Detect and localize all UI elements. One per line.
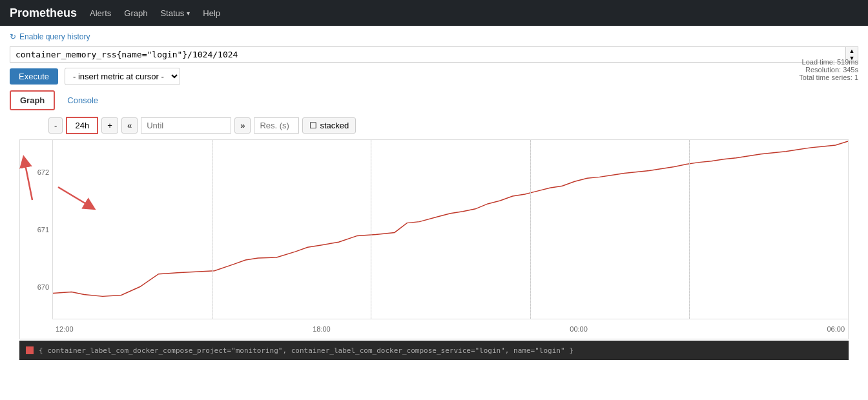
query-row: ▲ ▼ [10, 46, 858, 63]
main-content: Load time: 519ms Resolution: 345s Total … [0, 26, 868, 366]
resolution-input[interactable] [254, 117, 299, 134]
legend-color-swatch [26, 346, 34, 354]
nav-status-dropdown[interactable]: Status ▾ [160, 8, 190, 18]
query-input-wrapper: ▲ ▼ [10, 46, 858, 63]
resolution: Resolution: 345s [799, 66, 858, 74]
execute-row: Execute - insert metric at cursor - [10, 68, 858, 85]
x-label-00: 00:00 [570, 325, 588, 333]
chart-wrapper: 672 671 670 [19, 139, 849, 360]
tabs-row: Graph Console [10, 90, 858, 110]
grid-line-1 [212, 140, 212, 319]
pan-back-button[interactable]: « [121, 117, 138, 134]
nav-alerts[interactable]: Alerts [90, 8, 111, 18]
nav-graph[interactable]: Graph [124, 8, 147, 18]
x-label-12: 12:00 [56, 325, 74, 333]
tab-graph-label: Graph [20, 95, 45, 105]
until-input[interactable] [141, 117, 231, 134]
legend-bar: { container_label_com_docker_compose_pro… [19, 341, 849, 360]
y-label-672: 672 [23, 168, 49, 176]
enable-history-link[interactable]: ↻ Enable query history [10, 32, 858, 41]
nav-help[interactable]: Help [203, 8, 220, 18]
brand-logo[interactable]: Prometheus [10, 6, 77, 20]
legend-label: { container_label_com_docker_compose_pro… [39, 346, 574, 355]
query-input[interactable] [10, 47, 845, 62]
chart-area [52, 140, 848, 319]
chart-container: 672 671 670 [19, 139, 849, 339]
metric-selector[interactable]: - insert metric at cursor - [65, 68, 180, 85]
line-chart-svg [53, 140, 848, 319]
duration-input[interactable] [66, 117, 98, 134]
x-labels: 12:00 18:00 00:00 06:00 [52, 319, 848, 339]
zoom-out-button[interactable]: - [48, 117, 63, 134]
grid-line-4 [689, 140, 690, 319]
grid-line-3 [530, 140, 531, 319]
tab-console[interactable]: Console [57, 91, 108, 110]
chart-line [53, 141, 848, 296]
execute-button[interactable]: Execute [10, 68, 58, 85]
zoom-in-button[interactable]: + [101, 117, 118, 134]
y-label-670: 670 [23, 283, 49, 291]
load-time: Load time: 519ms [799, 58, 858, 66]
checkbox-icon: ☐ [309, 121, 317, 130]
grid-line-2 [371, 140, 371, 319]
enable-history-label: Enable query history [19, 32, 90, 41]
pan-forward-button[interactable]: » [234, 117, 251, 134]
tab-graph[interactable]: Graph [10, 90, 55, 110]
tab-console-label: Console [67, 95, 98, 105]
history-icon: ↻ [10, 32, 16, 41]
x-label-18: 18:00 [313, 325, 331, 333]
nav-status-label: Status [160, 8, 184, 18]
stacked-button[interactable]: ☐ stacked [302, 117, 356, 134]
chevron-down-icon: ▾ [187, 10, 190, 17]
graph-controls: - + « » ☐ stacked [48, 117, 858, 134]
y-label-671: 671 [23, 226, 49, 234]
spinner-up[interactable]: ▲ [846, 47, 858, 55]
y-axis: 672 671 670 [20, 140, 52, 319]
total-series: Total time series: 1 [799, 74, 858, 81]
load-info-panel: Load time: 519ms Resolution: 345s Total … [799, 58, 858, 81]
navbar: Prometheus Alerts Graph Status ▾ Help [0, 0, 868, 26]
stacked-label: stacked [320, 121, 349, 130]
x-label-06: 06:00 [827, 325, 845, 333]
